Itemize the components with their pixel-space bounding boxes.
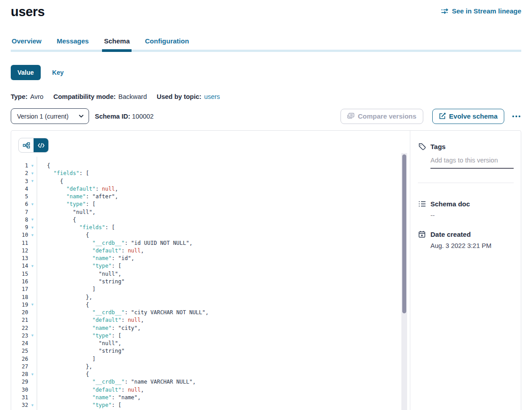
- used-by-topic-link[interactable]: users: [204, 93, 220, 100]
- code-line: 22 "name": "city",: [11, 325, 410, 332]
- page-header: users See in Stream lineage: [11, 0, 521, 19]
- line-number: 11: [11, 239, 28, 247]
- fold-arrow-icon[interactable]: ▼: [31, 373, 34, 376]
- calendar-plus-icon: [418, 231, 426, 238]
- fold-arrow-icon[interactable]: ▼: [31, 172, 34, 175]
- code-line: 26 ]: [11, 355, 410, 363]
- version-select-wrap: Version 1 (current): [11, 108, 89, 124]
- line-number: 17: [11, 286, 28, 293]
- compare-versions-button[interactable]: Compare versions: [340, 109, 423, 124]
- code-line: 18 },: [11, 294, 410, 301]
- tag-icon: [418, 143, 426, 150]
- code-line: 24 "null",: [11, 340, 410, 347]
- type-label: Type:: [11, 93, 28, 100]
- evolve-schema-label: Evolve schema: [449, 112, 498, 120]
- tab-configuration[interactable]: Configuration: [144, 37, 190, 52]
- code-line: 16 "string": [11, 278, 410, 286]
- fold-arrow-icon[interactable]: ▼: [31, 226, 34, 230]
- value-toggle-button[interactable]: Value: [11, 65, 41, 80]
- fold-arrow-icon[interactable]: ▼: [31, 203, 34, 206]
- schema-id: Schema ID: 100002: [95, 113, 153, 120]
- line-number: 9: [11, 224, 28, 231]
- line-number: 21: [11, 316, 28, 324]
- line-number: 15: [11, 270, 28, 278]
- line-number: 29: [11, 378, 28, 386]
- line-number: 26: [11, 355, 28, 363]
- line-number: 5: [11, 193, 28, 201]
- add-tags-input[interactable]: [430, 153, 514, 169]
- tab-overview[interactable]: Overview: [11, 37, 43, 52]
- schema-code-area: 1▼{2▼ "fields": [3▼ {4 "default": null,5…: [11, 131, 410, 410]
- key-toggle-link[interactable]: Key: [52, 69, 64, 76]
- code-line: 21 "default": null,: [11, 316, 410, 324]
- line-number: 8: [11, 216, 28, 224]
- code-line: 25 "string": [11, 347, 410, 355]
- tags-section: Tags: [418, 143, 514, 169]
- compatibility-mode-label: Compatibility mode:: [53, 93, 115, 100]
- see-in-stream-lineage-link[interactable]: See in Stream lineage: [441, 7, 521, 15]
- code-lines: 1▼{2▼ "fields": [3▼ {4 "default": null,5…: [11, 131, 410, 410]
- schema-id-value: 100002: [132, 113, 153, 120]
- schema-doc-title: Schema doc: [430, 200, 470, 208]
- line-number: 22: [11, 325, 28, 332]
- line-number: 23: [11, 332, 28, 340]
- line-number: 14: [11, 262, 28, 270]
- line-number: 12: [11, 247, 28, 255]
- schema-doc-section: Schema doc --: [418, 200, 514, 219]
- fold-arrow-icon[interactable]: ▼: [31, 303, 34, 307]
- gutter-divider: [37, 157, 37, 410]
- schema-page: users See in Stream lineage Overview Mes…: [0, 0, 532, 410]
- schema-meta-row: Type: Avro Compatibility mode: Backward …: [11, 93, 521, 100]
- code-line: 2▼ "fields": [: [11, 170, 410, 177]
- fold-arrow-icon[interactable]: ▼: [31, 179, 34, 183]
- code-line: 23▼ "type": [: [11, 332, 410, 340]
- line-number: 32: [11, 401, 28, 409]
- more-actions-button[interactable]: [511, 113, 521, 120]
- version-bar: Version 1 (current) Schema ID: 100002 Co…: [11, 108, 521, 124]
- line-number: 30: [11, 386, 28, 394]
- code-line: 1▼{: [11, 162, 410, 170]
- fold-arrow-icon[interactable]: ▼: [31, 234, 34, 237]
- code-line: 4 "default": null,: [11, 185, 410, 193]
- code-line: 17 ]: [11, 286, 410, 293]
- page-title: users: [11, 4, 45, 19]
- code-line: 32▼ "type": [: [11, 401, 410, 409]
- code-line: 30 "default": null,: [11, 386, 410, 394]
- fold-arrow-icon[interactable]: ▼: [31, 218, 34, 222]
- code-scrollbar-track[interactable]: [401, 153, 407, 410]
- line-number: 3: [11, 178, 28, 185]
- fold-arrow-icon[interactable]: ▼: [31, 265, 34, 268]
- list-icon: [418, 201, 426, 207]
- tree-view-button[interactable]: [19, 138, 34, 152]
- code-line: 31 "name": "name",: [11, 394, 410, 401]
- used-by-topic-label: Used by topic:: [157, 93, 201, 100]
- code-view-button[interactable]: [34, 138, 48, 152]
- code-line: 19▼ {: [11, 301, 410, 309]
- fold-arrow-icon[interactable]: ▼: [31, 334, 34, 337]
- code-line: 27 },: [11, 363, 410, 371]
- date-created-title: Date created: [430, 231, 471, 238]
- tab-schema[interactable]: Schema: [103, 37, 131, 52]
- date-created-value: Aug. 3 2022 3:21 PM: [430, 242, 514, 249]
- code-line: 14▼ "type": [: [11, 262, 410, 270]
- fold-arrow-icon[interactable]: ▼: [31, 404, 34, 407]
- schema-sidebar: Tags Schema doc: [410, 131, 521, 410]
- code-line: 15 "null",: [11, 270, 410, 278]
- fold-arrow-icon[interactable]: ▼: [31, 164, 34, 168]
- tab-messages[interactable]: Messages: [56, 37, 90, 52]
- tags-title: Tags: [430, 143, 446, 150]
- schema-id-label: Schema ID:: [95, 113, 130, 120]
- code-line: 13 "name": "id",: [11, 255, 410, 262]
- line-number: 1: [11, 162, 28, 170]
- version-select[interactable]: Version 1 (current): [11, 108, 89, 124]
- evolve-schema-button[interactable]: Evolve schema: [432, 109, 504, 124]
- see-in-stream-lineage-label: See in Stream lineage: [452, 7, 521, 15]
- compatibility-mode-value: Backward: [119, 93, 147, 100]
- code-scrollbar-thumb[interactable]: [402, 154, 406, 313]
- line-number: 7: [11, 209, 28, 216]
- stream-lineage-icon: [441, 8, 449, 15]
- line-number: 18: [11, 294, 28, 301]
- schema-panel: 1▼{2▼ "fields": [3▼ {4 "default": null,5…: [11, 130, 521, 410]
- line-number: 31: [11, 394, 28, 401]
- topic-tabs: Overview Messages Schema Configuration: [11, 37, 521, 52]
